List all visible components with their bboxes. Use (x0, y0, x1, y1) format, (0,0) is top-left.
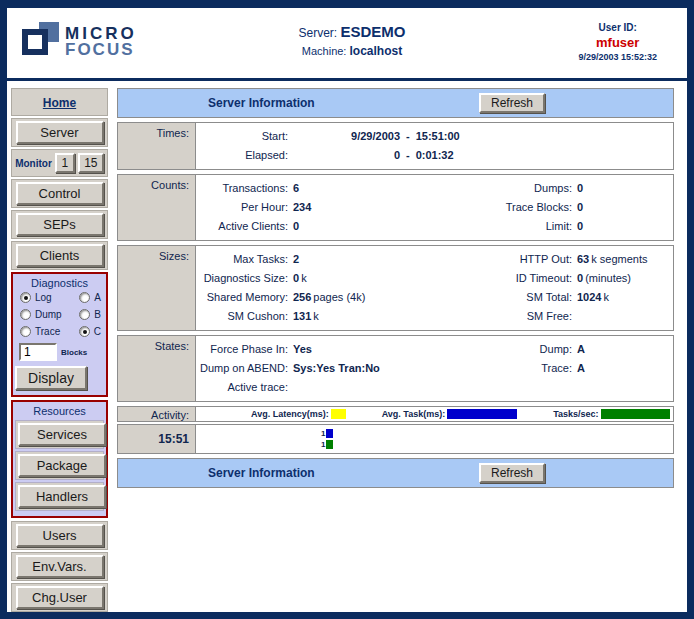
trace-blocks-line: Trace Blocks: 0 (484, 198, 669, 217)
machine-label: Machine: (302, 45, 347, 57)
sidebar-item-users: Users (11, 521, 108, 550)
blocks-label: Blocks (61, 348, 87, 357)
blocks-input[interactable] (19, 343, 57, 361)
server-button[interactable]: Server (16, 121, 104, 144)
chguser-button[interactable]: Chg.User (16, 586, 104, 609)
diagnostics-title: Diagnostics (15, 277, 104, 289)
control-button[interactable]: Control (16, 182, 104, 205)
server-label: Server: (298, 26, 337, 40)
sidebar-item-control: Control (11, 179, 108, 208)
user-info: User ID: mfuser 9/29/2003 15:52:32 (578, 22, 657, 62)
b-radio[interactable] (79, 309, 90, 320)
package-button[interactable]: Package (18, 454, 106, 477)
refresh-button-top[interactable]: Refresh (479, 93, 545, 113)
activity-row-label: Activity: (118, 407, 196, 421)
sidebar-item-monitor: Monitor 1 15 (11, 149, 108, 177)
log-radio[interactable] (20, 292, 31, 303)
user-id-value: mfuser (578, 35, 657, 50)
latency-legend: Avg. Latency(ms): (251, 409, 346, 419)
log-radio-label: Log (35, 292, 52, 303)
force-phase-in-line: Force Phase In: Yes (196, 340, 484, 359)
id-timeout-line: ID Timeout: 0 (minutes) (484, 269, 669, 288)
handlers-button[interactable]: Handlers (18, 485, 106, 508)
services-button[interactable]: Services (18, 423, 106, 446)
diagnostics-panel: Diagnostics Log A Dump B (11, 272, 108, 397)
sm-cushon-line: SM Cushon: 131 k (196, 307, 484, 326)
sidebar-item-home[interactable]: Home (11, 88, 108, 116)
dump-radio-label: Dump (35, 309, 62, 320)
trace-radio[interactable] (20, 326, 31, 337)
c-radio[interactable] (79, 326, 90, 337)
diagnostics-radio-row: Trace C (20, 326, 101, 337)
page-header: MICRO FOCUS Server: ESDEMO Machine: loca… (7, 8, 687, 78)
panel-title: Server Information (208, 96, 315, 110)
envvars-button[interactable]: Env.Vars. (16, 555, 104, 578)
resources-title: Resources (15, 405, 104, 417)
clients-button[interactable]: Clients (16, 244, 104, 267)
http-out-line: HTTP Out: 63 k segments (484, 250, 669, 269)
tasks-sec-legend: Tasks/sec: (553, 409, 669, 419)
dump-on-abend-line: Dump on ABEND: Sys:Yes Tran:No (196, 359, 484, 378)
sidebar-item-package: Package (15, 451, 104, 480)
timeline-bar-tasks-sec: 1 (321, 439, 673, 450)
home-link[interactable]: Home (43, 96, 76, 110)
sidebar-item-seps: SEPs (11, 210, 108, 239)
per-hour-line: Per Hour: 234 (196, 198, 484, 217)
limit-line: Limit: 0 (484, 217, 669, 236)
a-radio[interactable] (79, 292, 90, 303)
sidebar-item-envvars: Env.Vars. (11, 552, 108, 581)
diagnostics-size-line: Diagnostics Size: 0 k (196, 269, 484, 288)
resources-panel: Resources Services Package Handlers (11, 400, 108, 518)
trace-state-line: Trace: A (484, 359, 669, 378)
diagnostics-radio-row: Log A (20, 292, 101, 303)
diagnostics-radio-row: Dump B (20, 309, 101, 320)
sidebar-item-handlers: Handlers (15, 482, 104, 511)
seps-button[interactable]: SEPs (16, 213, 104, 236)
tasks-sec-mini-bar (326, 440, 333, 449)
server-information-panel: Server Information Refresh Times: Start:… (117, 88, 674, 612)
active-clients-line: Active Clients: 0 (196, 217, 484, 236)
sidebar-item-server: Server (11, 118, 108, 147)
counts-row-label: Counts: (118, 175, 196, 240)
start-date: 9/29/2003 (288, 127, 400, 146)
c-radio-label: C (94, 326, 101, 337)
micro-focus-logo: MICRO FOCUS (21, 20, 137, 64)
monitor-1-button[interactable]: 1 (55, 153, 75, 173)
sidebar-item-chguser: Chg.User (11, 583, 108, 612)
server-machine-info: Server: ESDEMO Machine: localhost (237, 23, 467, 58)
dump-radio[interactable] (20, 309, 31, 320)
timeline-row: 15:51 1 1 (117, 424, 674, 454)
monitor-15-button[interactable]: 15 (78, 153, 104, 173)
dump-state-line: Dump: A (484, 340, 669, 359)
dumps-line: Dumps: 0 (484, 179, 669, 198)
panel-title: Server Information (208, 466, 315, 480)
timeline-bar-task: 1 (321, 428, 673, 439)
login-timestamp: 9/29/2003 15:52:32 (578, 52, 657, 62)
server-info-footer-bar: Server Information Refresh (117, 458, 674, 488)
machine-name: localhost (350, 44, 403, 58)
display-button[interactable]: Display (15, 366, 87, 390)
states-row-label: States: (118, 336, 196, 401)
blocks-field-row: Blocks (19, 343, 104, 361)
elapsed-days: 0 (288, 146, 400, 165)
logo-text-focus: FOCUS (65, 42, 137, 58)
task-legend: Avg. Task(ms): (382, 409, 518, 419)
latency-swatch (331, 409, 346, 419)
sizes-row: Sizes: Max Tasks: 2 Diagnostics Size: 0 … (117, 245, 674, 331)
monitor-label: Monitor (15, 158, 52, 169)
start-time-line: Start: 9/29/2003 - 15:51:00 (196, 127, 669, 146)
server-name: ESDEMO (341, 23, 406, 40)
a-radio-label: A (94, 292, 101, 303)
users-button[interactable]: Users (16, 524, 104, 547)
elapsed-label: Elapsed: (196, 146, 288, 165)
elapsed-time-line: Elapsed: 0 - 0:01:32 (196, 146, 669, 165)
timeline-time-label: 15:51 (118, 425, 196, 453)
refresh-button-bottom[interactable]: Refresh (479, 463, 545, 483)
sidebar-nav: Home Server Monitor 1 15 Control SEPs Cl… (11, 88, 108, 612)
active-trace-line: Active trace: (196, 378, 484, 397)
shared-memory-line: Shared Memory: 256 pages (4k) (196, 288, 484, 307)
max-tasks-line: Max Tasks: 2 (196, 250, 484, 269)
start-clock: 15:51:00 (416, 127, 460, 146)
trace-radio-label: Trace (35, 326, 60, 337)
task-mini-bar (326, 429, 333, 438)
